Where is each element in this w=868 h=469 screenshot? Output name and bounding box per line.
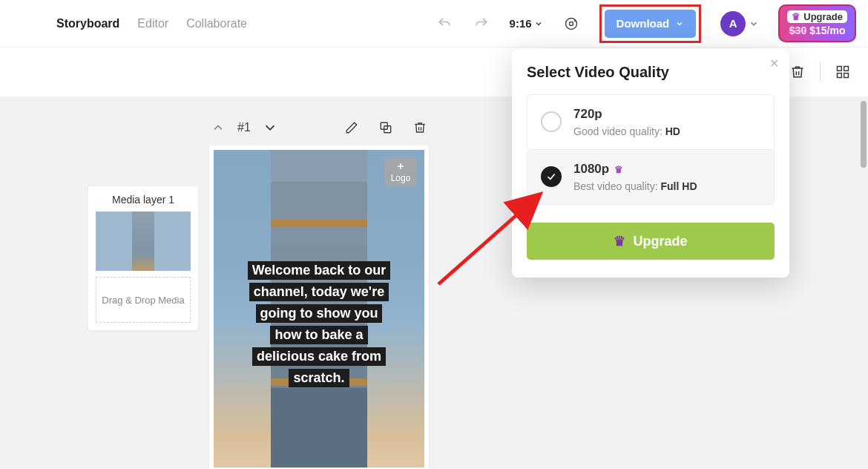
quality-popover: ✕ Select Video Quality 720p Good video q… (512, 49, 789, 278)
caption-line: how to bake a (270, 326, 367, 344)
media-layer-title: Media layer 1 (96, 194, 191, 206)
price-new: $15/mo (809, 24, 845, 36)
scene-header: #1 (209, 119, 429, 137)
svg-rect-4 (844, 67, 849, 71)
plus-icon (395, 161, 406, 171)
media-drop-zone[interactable]: Drag & Drop Media (96, 277, 191, 323)
option-title: 1080p ♛ (573, 162, 762, 177)
svg-rect-5 (838, 73, 842, 78)
price-old: $30 (789, 24, 806, 36)
duplicate-icon[interactable] (377, 119, 395, 137)
option-subtitle: Good video quality: HD (573, 125, 762, 137)
radio-unchecked-icon (541, 111, 562, 132)
option-title-text: 1080p (573, 162, 609, 177)
upgrade-text: Upgrade (803, 11, 843, 23)
scene-card[interactable]: Logo Welcome back to our channel, today … (209, 145, 429, 469)
settings-gear-icon[interactable] (562, 15, 580, 33)
media-layer-panel: Media layer 1 Drag & Drop Media (88, 186, 199, 331)
option-title: 720p (573, 107, 762, 122)
option-title-text: 720p (573, 107, 602, 122)
upgrade-button-label: Upgrade (633, 234, 687, 249)
chevron-down-icon (749, 19, 759, 29)
caption-line: channel, today we're (249, 283, 389, 301)
quality-option-1080p[interactable]: 1080p ♛ Best video quality: Full HD (527, 150, 775, 205)
scrollbar[interactable] (861, 101, 867, 168)
caption-text[interactable]: Welcome back to our channel, today we're… (231, 261, 408, 387)
upgrade-promo-label: ♛ Upgrade (787, 10, 847, 24)
chevron-down-icon (675, 19, 684, 28)
crown-icon: ♛ (614, 233, 625, 249)
edit-pencil-icon[interactable] (343, 119, 361, 137)
quality-option-720p[interactable]: 720p Good video quality: HD (527, 94, 775, 150)
tab-collaborate[interactable]: Collaborate (186, 17, 247, 30)
tab-editor[interactable]: Editor (137, 17, 168, 30)
download-label: Download (617, 17, 670, 30)
undo-icon[interactable] (435, 15, 453, 33)
radio-checked-icon (541, 166, 562, 187)
divider (820, 62, 821, 82)
option-subtitle: Best video quality: Full HD (573, 180, 762, 192)
collapse-up-icon[interactable] (209, 119, 227, 137)
scene-preview: Logo Welcome back to our channel, today … (214, 150, 424, 468)
option-sub-prefix: Best video quality: (573, 180, 661, 192)
redo-icon[interactable] (473, 15, 490, 33)
aspect-ratio-value: 9:16 (510, 17, 532, 30)
trash-icon[interactable] (789, 63, 806, 81)
top-bar: Storyboard Editor Collaborate 9:16 Downl… (0, 0, 868, 47)
option-sub-bold: Full HD (661, 180, 697, 192)
upgrade-button[interactable]: ♛ Upgrade (527, 223, 775, 260)
option-sub-bold: HD (665, 125, 680, 137)
caption-line: delicious cake from (252, 347, 386, 366)
caption-line: scratch. (289, 369, 349, 387)
expand-down-icon[interactable] (261, 119, 279, 137)
close-icon[interactable]: ✕ (769, 56, 779, 70)
media-thumbnail[interactable] (96, 211, 191, 271)
grid-view-icon[interactable] (834, 63, 852, 81)
crown-icon: ♛ (792, 11, 800, 23)
add-logo-button[interactable]: Logo (384, 157, 417, 187)
popover-title: Select Video Quality (527, 64, 775, 81)
upgrade-promo[interactable]: ♛ Upgrade $30$15/mo (778, 4, 856, 42)
chevron-down-icon (534, 19, 543, 28)
main-tabs: Storyboard Editor Collaborate (56, 17, 247, 30)
scene-index: #1 (237, 121, 251, 134)
avatar: A (720, 11, 746, 36)
svg-point-2 (573, 19, 576, 22)
trash-icon[interactable] (411, 119, 429, 137)
aspect-ratio[interactable]: 9:16 (510, 17, 543, 30)
caption-line: going to show you (256, 304, 383, 323)
svg-rect-6 (844, 73, 849, 78)
download-button[interactable]: Download (605, 10, 697, 38)
svg-point-0 (569, 22, 573, 25)
scene-toolbar-right (789, 62, 852, 82)
account-menu[interactable]: A (720, 11, 759, 36)
option-sub-prefix: Good video quality: (573, 125, 665, 137)
crown-icon: ♛ (614, 164, 623, 175)
caption-line: Welcome back to our (248, 261, 391, 280)
upgrade-price: $30$15/mo (787, 24, 847, 37)
download-highlight: Download (599, 4, 702, 43)
tab-storyboard[interactable]: Storyboard (56, 17, 119, 30)
svg-rect-3 (838, 67, 842, 71)
logo-label: Logo (391, 173, 411, 183)
